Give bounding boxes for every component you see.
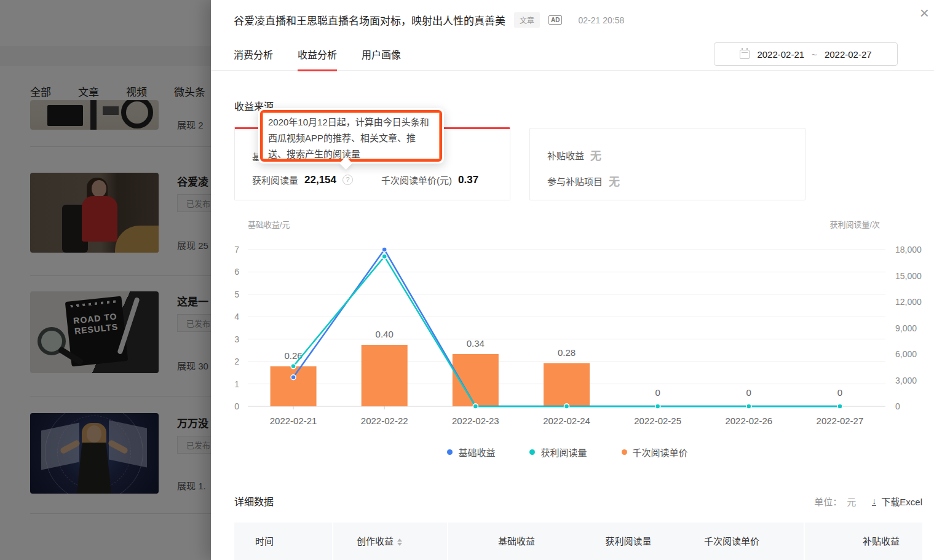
- left-axis-tick: 1: [234, 379, 239, 389]
- chart-legend: 基础收益 获利阅读量 千次阅读单价: [211, 446, 924, 459]
- legend-item-profit-reads[interactable]: 获利阅读量: [529, 446, 587, 459]
- right-axis-tick: 15,000: [895, 271, 922, 281]
- bar-value-label: 0.28: [558, 347, 576, 358]
- left-axis-tick: 5: [234, 290, 239, 299]
- point-基础收益-2022-02-24[interactable]: [564, 404, 569, 409]
- col-creation-revenue[interactable]: 创作收益: [357, 523, 402, 560]
- col-price-per-thousand: 千次阅读单价: [704, 523, 759, 560]
- x-axis-label: 2022-02-22: [361, 416, 408, 426]
- left-axis-tick: 2: [234, 357, 239, 366]
- legend-item-base-revenue[interactable]: 基础收益: [447, 446, 495, 459]
- section-title-detail-data: 详细数据: [234, 494, 274, 508]
- bar-2022-02-22[interactable]: [362, 345, 408, 406]
- legend-dot-teal: [529, 449, 535, 455]
- point-基础收益-2022-02-23[interactable]: [473, 404, 478, 409]
- date-end: 2022-02-27: [825, 49, 872, 60]
- right-axis-unit-label: 获利阅读量/次: [829, 218, 880, 230]
- line-基础收益: [293, 250, 840, 406]
- tab-consumption-analysis[interactable]: 消费分析: [234, 47, 273, 71]
- point-基础收益-2022-02-21[interactable]: [291, 375, 296, 380]
- point-获利阅读量-2022-02-24[interactable]: [564, 404, 569, 409]
- bar-2022-02-24[interactable]: [544, 363, 590, 406]
- bar-value-label: 0.34: [467, 338, 485, 349]
- x-axis-label: 2022-02-27: [817, 416, 864, 426]
- col-base-revenue: 基础收益: [498, 523, 535, 560]
- left-axis-tick: 3: [234, 334, 239, 344]
- col-subsidy-revenue: 补贴收益: [863, 523, 900, 560]
- download-icon: ↓: [872, 497, 876, 506]
- right-axis-tick: 0: [895, 401, 900, 411]
- legend-dot-orange: [622, 449, 627, 455]
- subsidy-project-label: 参与补贴项目: [547, 175, 603, 187]
- article-title: 谷爱凌直播和王思聪直播名场面对标，映射出人性的真善美: [234, 12, 505, 28]
- sort-icon[interactable]: [397, 538, 402, 546]
- point-基础收益-2022-02-27[interactable]: [837, 404, 842, 409]
- price-per-thousand-label: 千次阅读单价(元): [381, 173, 452, 186]
- bar-value-label: 0.40: [376, 329, 394, 339]
- tab-revenue-analysis[interactable]: 收益分析: [298, 47, 337, 71]
- unit-label: 单位：: [814, 495, 842, 508]
- x-axis-label: 2022-02-24: [543, 416, 590, 426]
- modal-title-row: 谷爱凌直播和王思聪直播名场面对标，映射出人性的真善美 文章 AD 02-21 2…: [234, 12, 624, 28]
- subsidy-card: 补贴收益 无 参与补贴项目 无: [529, 128, 805, 200]
- line-获利阅读量: [293, 256, 840, 406]
- x-axis-label: 2022-02-21: [270, 416, 317, 426]
- tab-user-profile[interactable]: 用户画像: [362, 47, 401, 71]
- right-axis-tick: 9,000: [895, 323, 917, 333]
- analysis-tabs-bar: 消费分析 收益分析 用户画像 2022-02-21 ~ 2022-02-27: [211, 38, 934, 71]
- tooltip-highlight-frame: 2020年10月12日起，计算由今日头条和西瓜视频APP的推荐、相关文章、推送、…: [260, 110, 442, 162]
- point-基础收益-2022-02-22[interactable]: [382, 247, 387, 252]
- right-axis-tick: 12,000: [895, 297, 922, 307]
- left-axis-unit-label: 基础收益/元: [248, 218, 290, 230]
- help-question-icon[interactable]: ?: [342, 175, 353, 185]
- profit-reads-label: 获利阅读量: [252, 173, 298, 186]
- detail-table-header: 时间 创作收益 基础收益 获利阅读量 千次阅读单价 补贴收益: [234, 523, 922, 560]
- modal-backdrop-overlay[interactable]: [0, 0, 211, 560]
- x-axis-label: 2022-02-26: [725, 416, 772, 426]
- bar-value-label: 0: [655, 387, 660, 398]
- bar-value-label: 0: [837, 387, 842, 398]
- download-excel-button[interactable]: 下载Excel: [881, 495, 922, 508]
- unit-value: 元: [847, 495, 856, 508]
- x-axis-label: 2022-02-25: [634, 416, 681, 426]
- x-axis-label: 2022-02-23: [452, 416, 499, 426]
- point-获利阅读量-2022-02-25[interactable]: [655, 404, 660, 409]
- ad-badge: AD: [548, 15, 562, 25]
- calendar-icon: [740, 50, 750, 59]
- left-axis-tick: 7: [234, 245, 239, 254]
- analytics-modal: × 谷爱凌直播和王思聪直播名场面对标，映射出人性的真善美 文章 AD 02-21…: [211, 0, 934, 560]
- bar-2022-02-21[interactable]: [271, 366, 317, 406]
- point-获利阅读量-2022-02-22[interactable]: [382, 254, 387, 259]
- date-separator: ~: [812, 49, 817, 60]
- bar-2022-02-23[interactable]: [453, 354, 499, 406]
- price-per-thousand-value: 0.37: [458, 174, 478, 186]
- article-type-badge: 文章: [514, 12, 540, 28]
- left-axis-tick: 4: [234, 312, 239, 321]
- legend-item-price[interactable]: 千次阅读单价: [622, 446, 688, 459]
- date-range-picker[interactable]: 2022-02-21 ~ 2022-02-27: [714, 42, 898, 66]
- point-基础收益-2022-02-25[interactable]: [655, 404, 660, 409]
- point-获利阅读量-2022-02-23[interactable]: [473, 404, 478, 409]
- point-获利阅读量-2022-02-21[interactable]: [291, 364, 296, 369]
- legend-dot-blue: [447, 449, 453, 455]
- point-获利阅读量-2022-02-27[interactable]: [837, 404, 842, 409]
- subsidy-revenue-label: 补贴收益: [547, 149, 584, 162]
- bar-value-label: 0: [746, 387, 751, 398]
- subsidy-project-value: 无: [609, 173, 620, 189]
- detail-meta-row: 单位： 元 ↓ 下载Excel: [814, 495, 922, 508]
- publish-timestamp: 02-21 20:58: [578, 15, 624, 25]
- date-start: 2022-02-21: [757, 49, 804, 60]
- right-axis-tick: 6,000: [895, 349, 917, 359]
- point-获利阅读量-2022-02-26[interactable]: [746, 404, 751, 409]
- col-profit-reads: 获利阅读量: [605, 523, 651, 560]
- content-list-backdrop: 全部 文章 视频 微头条 展现 2 谷爱凌 已发布 展现 25 ROAD TO …: [0, 0, 211, 560]
- point-基础收益-2022-02-26[interactable]: [746, 404, 751, 409]
- revenue-chart: 0123456703,0006,0009,00012,00015,00018,0…: [211, 0, 934, 560]
- right-axis-tick: 3,000: [895, 376, 917, 385]
- profit-reads-value: 22,154: [304, 174, 336, 186]
- col-time: 时间: [255, 523, 274, 560]
- left-axis-tick: 0: [234, 401, 239, 411]
- close-icon[interactable]: ×: [920, 5, 929, 21]
- right-axis-tick: 18,000: [895, 245, 922, 254]
- bar-value-label: 0.26: [284, 350, 302, 361]
